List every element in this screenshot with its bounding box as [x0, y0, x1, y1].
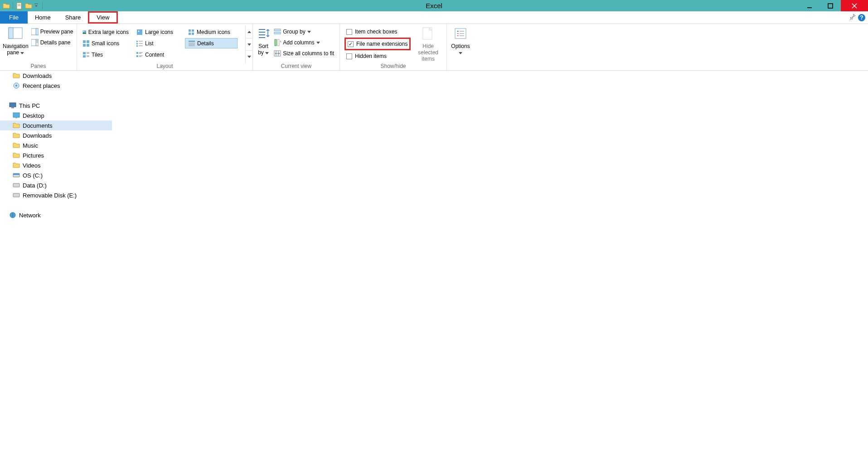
folder-open-icon[interactable]: [25, 2, 32, 10]
maximize-button[interactable]: [820, 0, 841, 11]
chevron-down-icon: [459, 52, 462, 54]
nav-downloads-2[interactable]: Downloads: [0, 130, 112, 140]
layout-list[interactable]: List: [133, 38, 183, 48]
qa-separator: [13, 3, 13, 9]
svg-rect-72: [10, 103, 16, 107]
layout-scroll-down[interactable]: [246, 38, 252, 51]
hidden-items-toggle[interactable]: Hidden items: [344, 51, 411, 61]
file-name-extensions-label: File name extensions: [356, 41, 407, 47]
options-button[interactable]: Options: [450, 26, 471, 63]
hide-selected-items-button[interactable]: Hide selected items: [412, 26, 444, 63]
nav-pictures[interactable]: Pictures: [0, 150, 112, 160]
chevron-down-icon: [20, 52, 24, 54]
ribbon-tabstrip: File Home Share View ?: [0, 11, 868, 24]
window-title: Excel: [426, 2, 442, 10]
svg-rect-22: [83, 52, 86, 54]
nav-documents-label: Documents: [23, 122, 53, 129]
layout-medium-label: Medium icons: [197, 29, 230, 35]
nav-downloads-2-label: Downloads: [23, 132, 52, 139]
minimize-button[interactable]: [799, 0, 820, 11]
layout-small-label: Small icons: [92, 40, 119, 47]
item-check-boxes-toggle[interactable]: Item check boxes: [344, 27, 411, 37]
tab-view[interactable]: View: [88, 11, 118, 24]
layout-large-icons[interactable]: Large icons: [133, 27, 183, 37]
nav-recent-places[interactable]: Recent places: [0, 81, 112, 91]
file-name-extensions-toggle[interactable]: File name extensions: [346, 39, 409, 49]
svg-rect-56: [275, 39, 276, 46]
nav-desktop[interactable]: Desktop: [0, 110, 112, 120]
svg-rect-1: [18, 4, 20, 5]
layout-medium-icons[interactable]: Medium icons: [185, 27, 238, 37]
nav-this-pc[interactable]: This PC: [0, 101, 112, 110]
group-by-button[interactable]: Group by: [273, 27, 335, 37]
chevron-down-icon: [316, 42, 320, 44]
svg-rect-36: [136, 52, 138, 54]
group-layout-label: Layout: [77, 63, 252, 70]
nav-os-c[interactable]: OS (C:): [0, 170, 112, 180]
nav-removable-e[interactable]: Removable Disk (E:): [0, 190, 112, 200]
group-by-label: Group by: [283, 29, 305, 35]
folder-icon[interactable]: [3, 2, 10, 10]
item-check-boxes-label: Item check boxes: [355, 29, 397, 35]
nav-videos-label: Videos: [23, 162, 41, 169]
svg-rect-54: [274, 29, 281, 31]
layout-large-label: Large icons: [145, 29, 173, 35]
svg-rect-25: [83, 55, 86, 58]
layout-details-label: Details: [197, 40, 214, 47]
navigation-pane-button[interactable]: Navigation pane: [3, 26, 29, 63]
group-layout: Extra large icons Small icons Tiles Larg…: [77, 24, 253, 70]
svg-rect-43: [192, 29, 194, 32]
svg-rect-2: [18, 5, 20, 6]
preview-pane-button[interactable]: Preview pane: [30, 27, 74, 37]
layout-tiles[interactable]: Tiles: [80, 49, 131, 60]
group-panes-label: Panes: [0, 63, 77, 70]
nav-videos[interactable]: Videos: [0, 160, 112, 170]
layout-scroll-up[interactable]: [246, 26, 252, 38]
chevron-down-icon: [265, 52, 269, 54]
sort-by-button[interactable]: Sort by: [256, 26, 271, 63]
close-button[interactable]: [841, 0, 868, 11]
tab-home[interactable]: Home: [28, 11, 58, 24]
tab-share[interactable]: Share: [58, 11, 88, 24]
layout-list-label: List: [145, 40, 154, 47]
svg-point-29: [138, 30, 140, 32]
svg-rect-28: [137, 29, 142, 35]
chevron-down-icon: [307, 31, 311, 33]
layout-details[interactable]: Details: [185, 38, 238, 48]
hide-selected-items-label: Hide selected items: [412, 43, 444, 62]
qat-customize-dropdown[interactable]: [34, 2, 39, 10]
svg-rect-20: [83, 44, 86, 47]
svg-rect-13: [36, 39, 39, 46]
layout-extra-large-icons[interactable]: Extra large icons: [80, 27, 131, 37]
nav-data-d[interactable]: Data (D:): [0, 180, 112, 190]
help-button[interactable]: ?: [858, 14, 865, 21]
layout-more[interactable]: [246, 51, 252, 63]
svg-rect-79: [13, 193, 19, 197]
nav-network[interactable]: Network: [0, 210, 112, 220]
layout-content[interactable]: Content: [133, 49, 183, 60]
details-pane-button[interactable]: Details pane: [30, 38, 74, 48]
layout-small-icons[interactable]: Small icons: [80, 38, 131, 48]
nav-recent-places-label: Recent places: [23, 82, 60, 89]
size-all-columns-button[interactable]: Size all columns to fit: [273, 48, 335, 58]
nav-downloads[interactable]: Downloads: [0, 71, 112, 81]
nav-music[interactable]: Music: [0, 140, 112, 150]
properties-icon[interactable]: [16, 2, 23, 10]
add-columns-button[interactable]: + Add columns: [273, 38, 335, 48]
svg-rect-39: [136, 55, 138, 57]
nav-documents[interactable]: Documents: [0, 120, 112, 130]
layout-tiles-label: Tiles: [92, 52, 103, 58]
navigation-tree[interactable]: Downloads Recent places This PC Desktop …: [0, 71, 112, 461]
add-columns-label: Add columns: [283, 39, 314, 46]
svg-rect-77: [13, 173, 19, 175]
nav-downloads-label: Downloads: [23, 72, 52, 79]
nav-this-pc-label: This PC: [19, 102, 40, 109]
pin-ribbon-icon[interactable]: [849, 13, 856, 22]
file-list-area[interactable]: [112, 71, 868, 461]
tab-file[interactable]: File: [0, 11, 28, 24]
nav-removable-e-label: Removable Disk (E:): [23, 192, 77, 199]
svg-rect-11: [36, 29, 39, 35]
nav-pictures-label: Pictures: [23, 152, 44, 159]
svg-rect-9: [9, 28, 13, 38]
svg-rect-34: [136, 45, 138, 47]
